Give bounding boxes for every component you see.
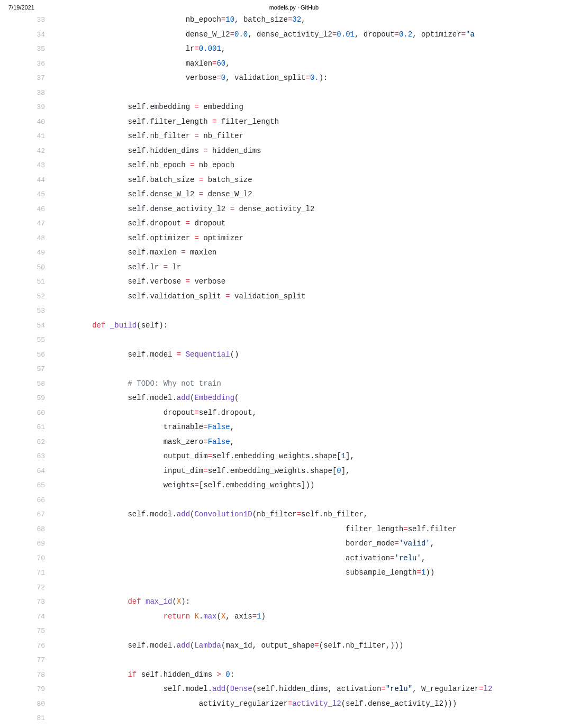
code-line: 36 maxlen=60, [21, 57, 562, 71]
line-number: 48 [21, 231, 57, 246]
line-number: 74 [21, 609, 57, 624]
code-content: self.maxlen = maxlen [57, 245, 562, 260]
code-content: # TODO: Why not train [57, 377, 562, 392]
code-content: def max_1d(X): [57, 595, 562, 609]
code-content: dense_W_l2=0.0, dense_activity_l2=0.01, … [57, 28, 562, 42]
code-line: 54 def _build(self): [21, 319, 562, 333]
code-content: return K.max(X, axis=1) [57, 609, 562, 624]
code-content: maxlen=60, [57, 57, 562, 71]
code-line: 67 self.model.add(Convolution1D(nb_filte… [21, 507, 562, 522]
code-content: filter_length=self.filter [57, 522, 562, 537]
line-number: 73 [21, 595, 57, 609]
code-line: 34 dense_W_l2=0.0, dense_activity_l2=0.0… [21, 28, 562, 42]
code-content: self.dense_activity_l2 = dense_activity_… [57, 202, 562, 217]
line-number: 62 [21, 435, 57, 450]
code-line: 63 output_dim=self.embedding_weights.sha… [21, 449, 562, 464]
line-number: 78 [21, 668, 57, 683]
code-line: 37 verbose=0, validation_split=0.): [21, 71, 562, 86]
line-number: 81 [21, 711, 57, 726]
code-content: self.model = Sequential() [57, 348, 562, 362]
code-line: 59 self.model.add(Embedding( [21, 391, 562, 406]
line-number: 38 [21, 86, 57, 101]
code-line: 61 trainable=False, [21, 420, 562, 435]
line-number: 43 [21, 158, 57, 173]
code-line: 45 self.dense_W_l2 = dense_W_l2 [21, 187, 562, 202]
line-number: 53 [21, 304, 57, 319]
code-line: 77 [21, 653, 562, 668]
line-number: 64 [21, 464, 57, 479]
code-content: self.dropout = dropout [57, 216, 562, 231]
code-line: 38 [21, 86, 562, 101]
code-line: 35 lr=0.001, [21, 42, 562, 57]
line-number: 51 [21, 275, 57, 289]
page-footer: https://gist.github.com/kudkudak/0c75896… [0, 726, 562, 729]
line-number: 71 [21, 566, 57, 580]
code-content: self.nb_epoch = nb_epoch [57, 158, 562, 173]
code-content: self.model.add(Dense(self.hidden_dims, a… [57, 682, 562, 697]
code-line: 49 self.maxlen = maxlen [21, 245, 562, 260]
code-content: lr=0.001, [57, 42, 562, 57]
line-number: 67 [21, 507, 57, 522]
code-content: nb_epoch=10, batch_size=32, [57, 13, 562, 28]
code-line: 53 [21, 304, 562, 319]
line-number: 68 [21, 522, 57, 537]
line-number: 55 [21, 333, 57, 348]
code-content: activation='relu', [57, 551, 562, 566]
code-line: 74 return K.max(X, axis=1) [21, 609, 562, 624]
code-content: self.model.add(Lambda(max_1d, output_sha… [57, 639, 562, 653]
line-number: 61 [21, 420, 57, 435]
code-line: 75 [21, 624, 562, 639]
code-content: border_mode='valid', [57, 536, 562, 551]
code-content: if self.hidden_dims > 0: [57, 668, 562, 683]
code-content: weights=[self.embedding_weights])) [57, 478, 562, 493]
code-line: 56 self.model = Sequential() [21, 348, 562, 362]
code-line: 57 [21, 362, 562, 377]
line-number: 42 [21, 144, 57, 159]
code-line: 48 self.optimizer = optimizer [21, 231, 562, 246]
code-content: self.validation_split = validation_split [57, 289, 562, 304]
code-line: 52 self.validation_split = validation_sp… [21, 289, 562, 304]
code-content: self.batch_size = batch_size [57, 173, 562, 188]
code-content: self.lr = lr [57, 260, 562, 275]
code-line: 55 [21, 333, 562, 348]
code-content: self.filter_length = filter_length [57, 115, 562, 130]
code-content: self.nb_filter = nb_filter [57, 129, 562, 144]
line-number: 70 [21, 551, 57, 566]
code-line: 43 self.nb_epoch = nb_epoch [21, 158, 562, 173]
code-line: 78 if self.hidden_dims > 0: [21, 668, 562, 683]
header-title: models.py · GitHub [34, 4, 554, 11]
line-number: 79 [21, 682, 57, 697]
code-line: 68 filter_length=self.filter [21, 522, 562, 537]
line-number: 60 [21, 406, 57, 421]
code-line: 69 border_mode='valid', [21, 536, 562, 551]
code-line: 71 subsample_length=1)) [21, 566, 562, 580]
code-content: self.optimizer = optimizer [57, 231, 562, 246]
code-line: 42 self.hidden_dims = hidden_dims [21, 144, 562, 159]
code-line: 72 [21, 580, 562, 595]
line-number: 36 [21, 57, 57, 71]
code-line: 60 dropout=self.dropout, [21, 406, 562, 421]
line-number: 34 [21, 28, 57, 42]
line-number: 75 [21, 624, 57, 639]
code-content: verbose=0, validation_split=0.): [57, 71, 562, 86]
code-line: 70 activation='relu', [21, 551, 562, 566]
line-number: 40 [21, 115, 57, 130]
code-line: 41 self.nb_filter = nb_filter [21, 129, 562, 144]
code-content: output_dim=self.embedding_weights.shape[… [57, 449, 562, 464]
header-date: 7/19/2021 [8, 4, 34, 11]
line-number: 50 [21, 260, 57, 275]
code-content: def _build(self): [57, 319, 562, 333]
line-number: 72 [21, 580, 57, 595]
line-number: 39 [21, 100, 57, 115]
code-line: 58 # TODO: Why not train [21, 377, 562, 392]
line-number: 44 [21, 173, 57, 188]
line-number: 45 [21, 187, 57, 202]
line-number: 69 [21, 536, 57, 551]
code-content: self.verbose = verbose [57, 275, 562, 289]
code-content: activity_regularizer=activity_l2(self.de… [57, 697, 562, 712]
code-block: 33 nb_epoch=10, batch_size=32,34 dense_W… [0, 13, 562, 726]
line-number: 65 [21, 478, 57, 493]
code-line: 65 weights=[self.embedding_weights])) [21, 478, 562, 493]
code-line: 73 def max_1d(X): [21, 595, 562, 609]
code-content: self.model.add(Embedding( [57, 391, 562, 406]
